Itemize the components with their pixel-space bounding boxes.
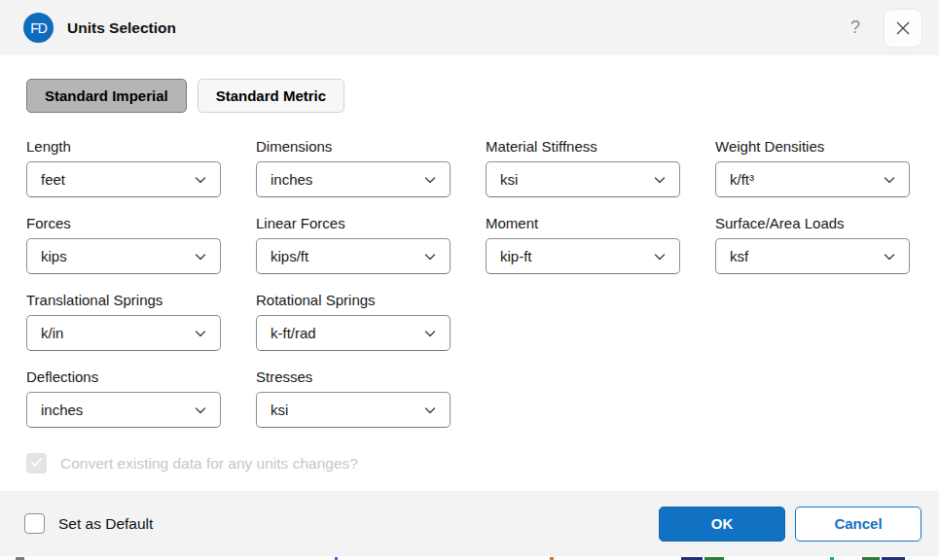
forces-dropdown[interactable]: kips bbox=[26, 238, 221, 274]
field-label: Surface/Area Loads bbox=[715, 215, 910, 231]
chevron-down-icon bbox=[423, 250, 437, 263]
dropdown-value: ksi bbox=[271, 402, 423, 418]
chevron-down-icon bbox=[653, 250, 667, 263]
dropdown-value: ksi bbox=[500, 171, 653, 188]
field-label: Moment bbox=[486, 215, 680, 231]
standard-metric-button[interactable]: Standard Metric bbox=[198, 79, 344, 113]
cancel-button[interactable]: Cancel bbox=[795, 507, 921, 542]
checkmark-icon bbox=[30, 455, 43, 472]
field-label: Stresses bbox=[256, 368, 451, 385]
stresses-dropdown[interactable]: ksi bbox=[256, 392, 451, 428]
background-app-sliver bbox=[0, 556, 939, 560]
material-stiffness-dropdown[interactable]: ksi bbox=[486, 161, 680, 197]
field-label: Weight Densities bbox=[715, 138, 910, 155]
chevron-down-icon bbox=[194, 173, 207, 187]
chevron-down-icon bbox=[194, 250, 207, 263]
field-label: Linear Forces bbox=[256, 215, 451, 231]
convert-checkbox-label: Convert existing data for any units chan… bbox=[60, 455, 358, 472]
convert-existing-data-row: Convert existing data for any units chan… bbox=[26, 453, 939, 473]
dropdown-value: kips bbox=[41, 248, 194, 264]
dimensions-dropdown[interactable]: inches bbox=[256, 161, 451, 197]
deflections-dropdown[interactable]: inches bbox=[26, 392, 221, 428]
field-label: Dimensions bbox=[256, 138, 451, 155]
dropdown-value: inches bbox=[41, 402, 194, 418]
moment-dropdown[interactable]: kip-ft bbox=[486, 238, 680, 274]
ok-button[interactable]: OK bbox=[659, 507, 785, 542]
convert-checkbox-checked-disabled bbox=[26, 453, 47, 473]
unit-system-toggle: Standard Imperial Standard Metric bbox=[26, 79, 939, 113]
set-as-default-label: Set as Default bbox=[58, 515, 153, 533]
field-surface-area-loads: Surface/Area Loads ksf bbox=[715, 215, 910, 274]
field-label: Length bbox=[26, 138, 221, 155]
field-label: Deflections bbox=[26, 368, 221, 385]
chevron-down-icon bbox=[883, 173, 896, 187]
dropdown-value: kips/ft bbox=[271, 248, 423, 264]
chevron-down-icon bbox=[194, 327, 207, 340]
field-weight-densities: Weight Densities k/ft³ bbox=[715, 138, 910, 197]
length-dropdown[interactable]: feet bbox=[26, 161, 221, 197]
field-forces: Forces kips bbox=[26, 215, 221, 274]
surface-area-loads-dropdown[interactable]: ksf bbox=[715, 238, 910, 274]
field-rotational-springs: Rotational Springs k-ft/rad bbox=[256, 292, 451, 351]
dialog-titlebar: FD Units Selection ? bbox=[0, 0, 939, 55]
dropdown-value: k-ft/rad bbox=[271, 325, 423, 341]
dialog-body: Standard Imperial Standard Metric Length… bbox=[0, 55, 939, 491]
dropdown-value: feet bbox=[41, 171, 194, 188]
dropdown-value: inches bbox=[271, 171, 423, 188]
chevron-down-icon bbox=[653, 173, 667, 187]
dropdown-value: ksf bbox=[730, 248, 883, 264]
chevron-down-icon bbox=[423, 327, 437, 340]
rotational-springs-dropdown[interactable]: k-ft/rad bbox=[256, 315, 451, 351]
set-as-default-checkbox[interactable] bbox=[24, 513, 45, 534]
dropdown-value: k/in bbox=[41, 325, 194, 341]
field-stresses: Stresses ksi bbox=[256, 368, 451, 428]
close-icon bbox=[895, 20, 911, 36]
chevron-down-icon bbox=[883, 250, 896, 263]
field-material-stiffness: Material Stiffness ksi bbox=[486, 138, 680, 197]
standard-imperial-button[interactable]: Standard Imperial bbox=[26, 79, 187, 113]
app-logo-fd: FD bbox=[23, 13, 54, 43]
field-moment: Moment kip-ft bbox=[486, 215, 680, 274]
field-length: Length feet bbox=[26, 138, 221, 197]
close-button[interactable] bbox=[885, 10, 921, 47]
translational-springs-dropdown[interactable]: k/in bbox=[26, 315, 221, 351]
weight-densities-dropdown[interactable]: k/ft³ bbox=[715, 161, 910, 197]
field-label: Material Stiffness bbox=[486, 138, 680, 155]
field-dimensions: Dimensions inches bbox=[256, 138, 451, 197]
help-icon[interactable]: ? bbox=[840, 13, 871, 44]
field-label: Translational Springs bbox=[26, 292, 221, 308]
chevron-down-icon bbox=[194, 403, 207, 417]
field-translational-springs: Translational Springs k/in bbox=[26, 292, 221, 351]
chevron-down-icon bbox=[423, 173, 437, 187]
field-label: Rotational Springs bbox=[256, 292, 451, 308]
dropdown-value: kip-ft bbox=[500, 248, 653, 264]
field-linear-forces: Linear Forces kips/ft bbox=[256, 215, 451, 274]
field-deflections: Deflections inches bbox=[26, 368, 221, 428]
dropdown-value: k/ft³ bbox=[730, 171, 883, 188]
units-grid: Length feet Dimensions inches Material S… bbox=[26, 138, 939, 428]
field-label: Forces bbox=[26, 215, 221, 231]
linear-forces-dropdown[interactable]: kips/ft bbox=[256, 238, 451, 274]
dialog-title: Units Selection bbox=[67, 19, 840, 37]
dialog-footer: Set as Default OK Cancel bbox=[0, 491, 939, 556]
chevron-down-icon bbox=[423, 403, 437, 417]
